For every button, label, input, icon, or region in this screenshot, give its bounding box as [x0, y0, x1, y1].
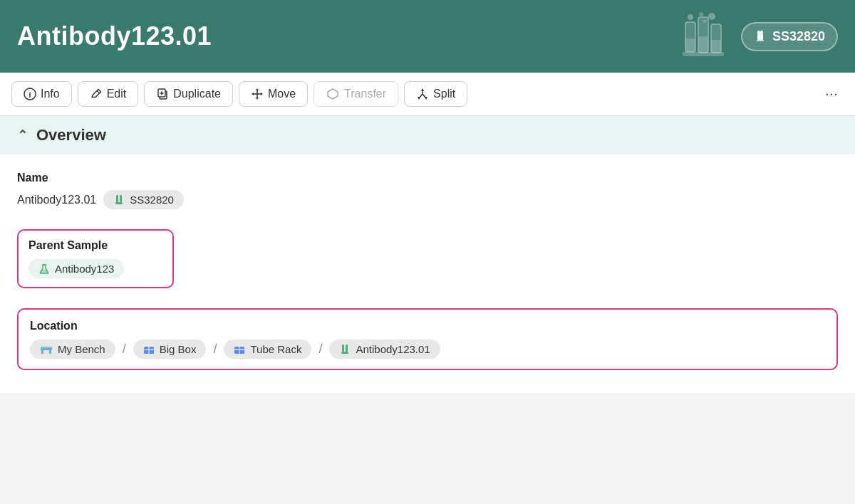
svg-rect-33 [120, 195, 122, 202]
tube-small-icon [113, 194, 125, 206]
name-value-row: Antibody123.01 SS32820 [17, 190, 838, 209]
svg-marker-29 [421, 88, 424, 91]
svg-rect-49 [341, 352, 348, 354]
location-tuberack-label: Tube Rack [250, 343, 301, 355]
move-icon [251, 88, 264, 100]
svg-rect-5 [685, 38, 695, 52]
transfer-button-label: Transfer [344, 88, 386, 100]
location-bench-label: My Bench [58, 343, 105, 355]
toolbar: i Info Edit Duplicate Move [0, 73, 855, 116]
duplicate-button[interactable]: Duplicate [144, 81, 233, 107]
svg-rect-14 [757, 40, 764, 41]
svg-rect-39 [49, 350, 51, 354]
svg-point-1 [699, 12, 703, 16]
svg-rect-48 [346, 345, 348, 352]
separator-3: / [318, 342, 322, 357]
header-right: SS32820 [673, 11, 838, 61]
transfer-icon [326, 88, 340, 100]
info-button[interactable]: i Info [11, 81, 72, 107]
svg-rect-38 [41, 350, 43, 354]
separator-1: / [123, 342, 126, 357]
name-label: Name [17, 172, 838, 184]
tube-loc-icon [339, 344, 351, 355]
location-item-bigbox[interactable]: Big Box [133, 340, 207, 359]
svg-marker-31 [425, 97, 428, 100]
location-item-bench[interactable]: My Bench [30, 340, 115, 359]
sample-badge-label: SS32820 [772, 29, 825, 44]
overview-title: Overview [36, 126, 106, 145]
svg-marker-23 [256, 98, 259, 100]
svg-marker-24 [252, 93, 254, 95]
svg-marker-25 [261, 93, 263, 95]
location-highlight-box: Location My Bench / Bi [17, 308, 838, 370]
box-icon-2 [234, 345, 245, 355]
svg-text:i: i [28, 90, 31, 99]
duplicate-icon [156, 88, 169, 100]
svg-rect-32 [116, 195, 118, 202]
box-icon-1 [143, 345, 155, 355]
location-row: My Bench / Big Box / Tub [30, 340, 825, 359]
name-field-group: Name Antibody123.01 SS32820 [17, 172, 838, 209]
duplicate-button-label: Duplicate [173, 88, 221, 100]
svg-rect-9 [711, 40, 721, 53]
edit-icon [90, 88, 103, 100]
parent-sample-value: Antibody123 [55, 263, 114, 275]
sample-badge[interactable]: SS32820 [741, 22, 838, 51]
bench-icon [40, 345, 53, 355]
page-title: Antibody123.01 [17, 21, 212, 51]
svg-rect-47 [342, 345, 344, 352]
split-button-label: Split [433, 88, 455, 100]
svg-point-2 [708, 13, 715, 20]
edit-button[interactable]: Edit [78, 81, 139, 107]
info-icon: i [24, 88, 36, 100]
chevron-icon: ⌃ [17, 127, 28, 143]
overview-content: Name Antibody123.01 SS32820 Parent Sampl… [0, 154, 855, 393]
flask-icon [38, 263, 50, 275]
lab-illustration [673, 11, 730, 61]
header: Antibody123.01 [0, 0, 855, 73]
svg-rect-40 [41, 347, 52, 349]
name-badge[interactable]: SS32820 [103, 190, 184, 209]
svg-rect-10 [683, 52, 724, 56]
location-label: Location [30, 320, 825, 332]
move-button-label: Move [268, 88, 296, 100]
move-button[interactable]: Move [239, 81, 308, 107]
name-badge-label: SS32820 [130, 194, 174, 206]
location-item-tuberack[interactable]: Tube Rack [224, 340, 311, 359]
svg-rect-7 [698, 36, 708, 53]
svg-rect-34 [115, 202, 123, 204]
edit-button-label: Edit [107, 88, 127, 100]
svg-point-0 [688, 14, 693, 20]
parent-sample-pill[interactable]: Antibody123 [28, 259, 124, 278]
svg-marker-30 [418, 97, 420, 100]
transfer-button[interactable]: Transfer [314, 81, 398, 107]
tube-icon [754, 30, 767, 43]
svg-line-17 [97, 91, 100, 94]
parent-sample-highlight-box: Parent Sample Antibody123 [17, 229, 174, 288]
separator-2: / [213, 342, 217, 357]
svg-rect-13 [757, 36, 763, 40]
split-button[interactable]: Split [404, 81, 467, 107]
svg-marker-22 [256, 88, 259, 90]
location-bigbox-label: Big Box [160, 343, 197, 355]
location-sample-label: Antibody123.01 [356, 343, 430, 355]
info-button-label: Info [41, 88, 60, 100]
parent-sample-label: Parent Sample [28, 239, 162, 252]
more-button[interactable]: ··· [819, 82, 844, 106]
overview-section-header[interactable]: ⌃ Overview [0, 116, 855, 154]
split-icon [416, 88, 429, 100]
location-item-sample[interactable]: Antibody123.01 [329, 340, 440, 359]
name-value: Antibody123.01 [17, 194, 96, 206]
svg-rect-36 [41, 270, 47, 273]
